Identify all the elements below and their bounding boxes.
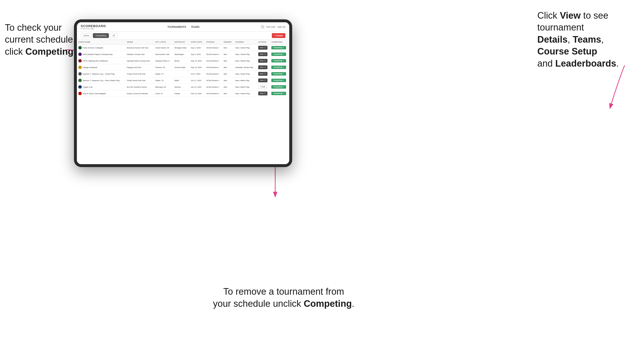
tab-home[interactable]: Home — [81, 33, 92, 38]
team-logo — [78, 59, 82, 62]
cell-actions: View ⓘ — [257, 51, 270, 58]
col-city-state: CITY, STATE — [154, 40, 173, 44]
event-name-text: Folds of Honor Collegiate — [83, 47, 103, 49]
cell-venue: American Dunes Golf Club — [125, 44, 154, 51]
cell-hosted-by: Washington — [173, 51, 190, 58]
col-gender: GENDER — [222, 40, 234, 44]
competing-button[interactable]: Competing ✓ — [271, 52, 286, 56]
cell-hosted-by: Michigan State — [173, 44, 190, 51]
col-competing: COMPETING — [270, 40, 289, 44]
app-header: SCOREBOARD Powered by clippi TOURNAMENTS… — [77, 22, 289, 32]
cell-start-date: Sep 4, 2023 — [189, 44, 205, 51]
cell-hosted-by: Illinois — [173, 58, 190, 64]
cell-division: NCAA Division I — [205, 77, 222, 84]
competing-button[interactable]: Competing ✓ — [271, 72, 286, 76]
table-row: John A. Burns IntercollegiateOcean Cours… — [77, 90, 289, 97]
cell-venue: Olympia Fields Country Club — [125, 58, 154, 64]
cell-city-state: Dallas, TX — [154, 71, 173, 77]
team-logo — [78, 85, 82, 89]
team-logo — [78, 66, 82, 69]
col-actions: ACTIONS — [257, 40, 270, 44]
competing-button[interactable]: Competing ✓ — [271, 92, 286, 95]
cell-venue: Ak-Chin Southern Dunes — [125, 84, 154, 90]
cell-gender: Men — [222, 58, 234, 64]
team-logo — [78, 79, 82, 82]
sign-out-link[interactable]: Sign out — [278, 26, 286, 28]
cell-scoring: team, Stroke Play — [234, 90, 257, 97]
cell-division: NCAA Division I — [205, 58, 222, 64]
tab-all[interactable]: All — [110, 33, 118, 38]
cell-scoring: team, Stroke Play — [234, 71, 257, 77]
logo-area: SCOREBOARD Powered by clippi — [81, 24, 106, 29]
view-button[interactable]: View ⓘ — [258, 65, 268, 69]
arrow-to-view-button — [600, 63, 630, 111]
cell-event-name: 2023 Sahalee Players Championship — [77, 51, 125, 58]
col-scoring: SCORING — [234, 40, 257, 44]
cell-actions: View ⓘ — [257, 44, 270, 51]
cell-city-state: Maricopa, AZ — [154, 84, 173, 90]
cell-city-state: Lihue, HI — [154, 90, 173, 97]
annotation-top-right: Click View to see tournament Details, Te… — [537, 10, 639, 69]
table-row: Copper CupAk-Chin Southern DunesMaricopa… — [77, 84, 289, 90]
view-button[interactable]: View ⓘ — [258, 92, 268, 95]
competing-button[interactable]: Competing ✓ — [271, 79, 286, 82]
cell-scoring: team, Match Play — [234, 84, 257, 90]
view-button[interactable]: View ⓘ — [258, 52, 268, 56]
cell-actions: ✎ Edit — [257, 84, 270, 90]
view-button[interactable]: View ⓘ — [258, 78, 268, 82]
competing-button[interactable]: Competing ✓ — [271, 46, 286, 49]
cell-competing: Competing ✓ — [270, 51, 289, 58]
cell-hosted-by: Arizona State — [173, 64, 190, 71]
cell-gender: Men — [222, 77, 234, 84]
user-icon — [261, 25, 264, 28]
annotation-bottom: To remove a tournament from your schedul… — [199, 286, 368, 310]
cell-start-date: Oct 9, 2023 — [189, 71, 205, 77]
cell-hosted-by: Hawaii — [173, 90, 190, 97]
competing-button[interactable]: Competing ✓ — [271, 85, 286, 89]
cell-gender: Men — [222, 90, 234, 97]
tab-competing[interactable]: Competing — [93, 33, 109, 38]
nav-tournaments[interactable]: TOURNAMENTS — [167, 26, 186, 28]
view-button[interactable]: View ⓘ — [258, 46, 268, 50]
cell-hosted-by — [173, 71, 190, 77]
cell-start-date: Feb 15, 2024 — [189, 90, 205, 97]
cell-event-name: John A. Burns Intercollegiate — [77, 90, 125, 97]
cell-actions: View ⓘ — [257, 64, 270, 71]
cell-gender: Men — [222, 71, 234, 77]
cell-division: NCAA Division I — [205, 71, 222, 77]
team-logo — [78, 46, 82, 49]
table-row: Jackson T. Stephens Cup – Men's Match Pl… — [77, 77, 289, 84]
event-name-text: Jackson T. Stephens Cup – Stroke Play — [83, 73, 115, 75]
tournaments-table-container: EVENT NAME VENUE CITY, STATE HOSTED BY S… — [77, 40, 289, 164]
cell-scoring: individual, Stroke Play — [234, 64, 257, 71]
cell-division: NCAA Division I — [205, 84, 222, 90]
col-division: DIVISION — [205, 40, 222, 44]
cell-city-state: Phoenix, AZ — [154, 64, 173, 71]
view-button[interactable]: View ⓘ — [258, 59, 268, 63]
competing-button[interactable]: Competing ✓ — [271, 66, 286, 69]
cell-scoring: team, Match Play — [234, 77, 257, 84]
competing-button[interactable]: Competing ✓ — [271, 59, 286, 62]
cell-city-state: Sammamish, WA — [154, 51, 173, 58]
team-logo — [78, 72, 82, 76]
edit-button[interactable]: ✎ Edit — [258, 85, 267, 89]
nav-teams[interactable]: TEAMS — [191, 26, 200, 28]
table-row: 2023 Sahalee Players ChampionshipSahalee… — [77, 51, 289, 58]
filter-tabs: Home Competing All — [81, 33, 118, 38]
cell-event-name: Copper Cup — [77, 84, 125, 90]
user-name: Test User — [266, 26, 276, 28]
create-button[interactable]: + Create — [272, 33, 286, 38]
cell-venue: Papago Golf Club — [125, 64, 154, 71]
cell-division: NCAA Division I — [205, 44, 222, 51]
table-header-row: EVENT NAME VENUE CITY, STATE HOSTED BY S… — [77, 40, 289, 44]
cell-hosted-by: ABAC — [173, 77, 190, 84]
logo-subtitle: Powered by clippi — [81, 28, 106, 29]
header-right: Test User Sign out — [261, 25, 286, 28]
cell-start-date: Sep 15, 2023 — [189, 58, 205, 64]
cell-event-name: OFCC Fighting Illini Invitational — [77, 58, 125, 64]
cell-competing: Competing ✓ — [270, 44, 289, 51]
event-name-text: John A. Burns Intercollegiate — [83, 93, 106, 95]
table-row: Folds of Honor CollegiateAmerican Dunes … — [77, 44, 289, 51]
view-button[interactable]: View ⓘ — [258, 72, 268, 76]
cell-scoring: team, Stroke Play — [234, 44, 257, 51]
